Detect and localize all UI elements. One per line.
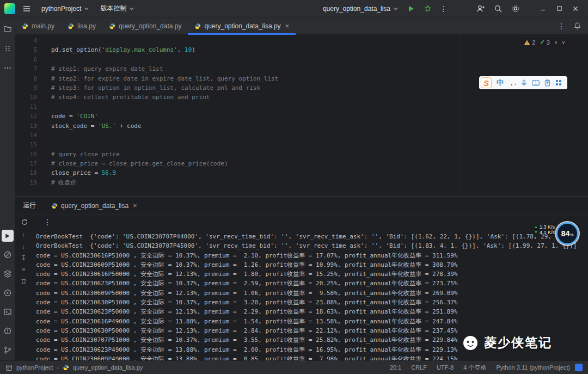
console-line: OrderBookTest {'code': 'US.COIN230707P44… (36, 232, 588, 241)
editor-tab-lisa.py[interactable]: lisa.py (61, 17, 102, 34)
tool-window-widget-icon[interactable] (5, 364, 13, 371)
services-tool-button[interactable] (2, 268, 14, 280)
console-line: code = US.COIN230616P50000 , 安全边际 = 12.1… (36, 269, 588, 279)
rerun-icon (21, 218, 28, 226)
ime-clipboard-button[interactable] (544, 79, 550, 87)
hamburger-icon (22, 4, 31, 13)
commit-tool-button[interactable] (2, 42, 14, 54)
close-window-button[interactable] (567, 0, 584, 17)
editor-line-7[interactable]: 7# step1: query expire_date_list (15, 64, 588, 73)
status-item[interactable]: Python 3.11 (pythonProject) (496, 364, 570, 371)
editor-line-11[interactable]: 11 (15, 102, 588, 112)
code-editor[interactable]: 45pd.set_option('display.max_columns', 1… (15, 35, 588, 196)
line-text: # step1: query expire_date_list (39, 64, 163, 73)
ime-tools-button[interactable] (555, 79, 562, 86)
clear-console-button[interactable] (19, 276, 28, 286)
download-speed: 4.1 K/s (540, 230, 555, 235)
console-line: code = US.COIN230623P51000 , 安全边际 = 10.3… (36, 279, 588, 288)
ime-mic-button[interactable] (521, 79, 527, 87)
main-menu-button[interactable] (20, 2, 34, 16)
tab-options-button[interactable]: ⋮ (558, 22, 566, 30)
editor-line-13[interactable]: 13stock_code = 'US.' + code (15, 121, 588, 131)
editor-line-19[interactable]: 19# 收盘价 (15, 178, 588, 187)
ime-punctuation-toggle[interactable]: ，. (509, 79, 516, 87)
status-item[interactable]: CRLF (411, 364, 427, 371)
python-console-tool-button[interactable] (2, 249, 14, 261)
editor-line-14[interactable]: 14 (15, 131, 588, 140)
tab-close-icon[interactable]: × (285, 22, 290, 30)
status-project-label[interactable]: pythonProject (16, 364, 53, 371)
editor-line-15[interactable]: 15 (15, 140, 588, 149)
inspection-widget[interactable]: 2 ✓ 3 ∧ ∨ (520, 38, 568, 47)
minimize-icon (540, 5, 546, 12)
status-item[interactable]: UTF-8 (437, 364, 454, 371)
settings-button[interactable] (509, 2, 523, 16)
ok-indicator[interactable]: ✓ 3 (540, 39, 549, 46)
run-config-selector[interactable]: query_option_data_lisa (320, 3, 402, 15)
project-selector-label: pythonProject (41, 5, 81, 13)
console-gutter: ↑ ↓ ↧ ≡ (15, 229, 32, 360)
run-header: 运行 query_option_data_lisa × (15, 197, 588, 215)
terminal-tool-button[interactable] (2, 306, 14, 318)
console-more-button[interactable]: ⋮ (44, 218, 52, 226)
search-everywhere-button[interactable] (491, 2, 505, 16)
editor-tab-main.py[interactable]: main.py (15, 17, 61, 34)
ime-keyboard-button[interactable] (532, 80, 540, 86)
coverage-tool-button[interactable] (2, 287, 14, 299)
line-number: 9 (15, 83, 39, 93)
scroll-to-end-button[interactable]: ↧ (19, 253, 28, 263)
editor-line-18[interactable]: 18close_price = 56.9 (15, 168, 588, 177)
more-tool-windows-button[interactable] (2, 62, 14, 74)
add-user-icon (476, 4, 485, 13)
line-text: stock_code = 'US.' + code (39, 121, 142, 131)
minimize-button[interactable] (535, 0, 551, 17)
code-with-me-button[interactable] (474, 2, 488, 16)
version-control-tool-button[interactable] (2, 344, 14, 356)
editor-tab-query_option_data.py[interactable]: query_option_data.py (102, 17, 188, 34)
editor-line-12[interactable]: 12code = 'COIN' (15, 112, 588, 121)
status-item[interactable]: 20:1 (390, 364, 401, 371)
debug-button[interactable] (420, 2, 434, 16)
editor-line-10[interactable]: 10# step4: collect profitable option and… (15, 93, 588, 102)
battery-overlay: 84% (556, 222, 579, 245)
sogou-logo-icon[interactable]: S (481, 77, 492, 88)
editor-line-16[interactable]: 16# query close price (15, 150, 588, 159)
status-right: 20:1CRLFUTF-84 个空格Python 3.11 (pythonPro… (390, 364, 570, 372)
scroll-up-button[interactable]: ↑ (19, 230, 28, 240)
ellipsis-icon (3, 64, 12, 72)
warnings-indicator[interactable]: 2 (524, 39, 535, 46)
run-button[interactable] (404, 2, 418, 16)
editor-line-6[interactable]: 6 (15, 55, 588, 64)
soft-wrap-button[interactable]: ≡ (19, 265, 28, 274)
run-tab-close-icon[interactable]: × (133, 201, 137, 210)
ime-indicator[interactable] (575, 364, 583, 371)
download-arrow-icon: ▼ (534, 230, 538, 235)
editor-line-17[interactable]: 17# close_price = close_price.get_close_… (15, 159, 588, 168)
editor-line-5[interactable]: 5pd.set_option('display.max_columns', 10… (15, 45, 588, 54)
rerun-button[interactable] (21, 218, 28, 226)
bell-icon (573, 22, 581, 30)
breadcrumb-separator: › (57, 364, 59, 371)
vcs-selector[interactable]: 版本控制 (97, 2, 138, 15)
line-text: # step4: collect profitable option and p… (39, 93, 210, 102)
python-file-icon (63, 364, 69, 371)
maximize-button[interactable] (551, 0, 567, 17)
more-run-actions-button[interactable]: ⋮ (437, 2, 451, 16)
ime-toolbar[interactable]: S 中 ，. (479, 76, 567, 89)
slashed-circle-icon (3, 250, 12, 259)
notifications-button[interactable] (573, 22, 581, 30)
status-item[interactable]: 4 个空格 (463, 364, 486, 372)
problems-tool-button[interactable] (2, 325, 14, 337)
run-console-tab[interactable]: query_option_data_lisa × (46, 197, 143, 215)
project-tool-button[interactable] (2, 23, 14, 35)
editor-line-4[interactable]: 4 (15, 36, 588, 45)
ime-language-toggle[interactable]: 中 (497, 78, 504, 88)
next-problem-button[interactable]: ∨ (561, 40, 565, 45)
project-selector[interactable]: pythonProject (38, 3, 93, 15)
prev-problem-button[interactable]: ∧ (554, 40, 558, 45)
run-tool-window-button[interactable] (2, 230, 14, 242)
battery-unit: % (569, 232, 573, 237)
scroll-down-button[interactable]: ↓ (19, 242, 28, 252)
status-file-label[interactable]: query_option_data_lisa.py (73, 364, 143, 371)
editor-tab-query_option_data_lisa.py[interactable]: query_option_data_lisa.py× (188, 17, 296, 34)
